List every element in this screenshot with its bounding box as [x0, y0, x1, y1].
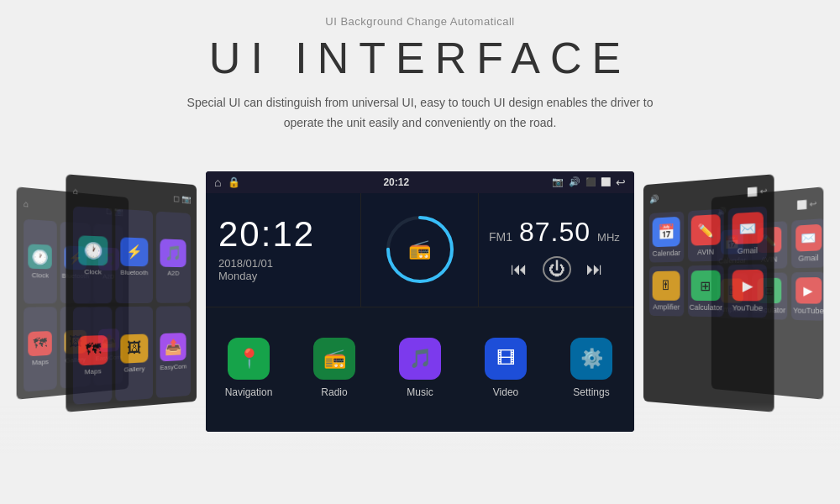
camera-icon: 📷 [552, 176, 564, 187]
music-app-icon: 🎵 [399, 338, 441, 380]
main-title: UI INTERFACE [187, 33, 654, 83]
fm-widget: FM1 87.50 MHz ⏮ ⏻ ⏭ [479, 193, 634, 307]
lock-icon: 🔒 [228, 176, 240, 188]
fm-power-button[interactable]: ⏻ [543, 256, 571, 282]
right-mid-calendar-label: Calendar [653, 249, 680, 258]
radio-widget: 📻 [361, 193, 479, 307]
side-app-clock[interactable]: 🕐 Clock [24, 218, 56, 303]
status-time: 20:12 [383, 176, 409, 188]
music-app-label: Music [407, 386, 433, 398]
side-mid-app-clock[interactable]: 🕐 Clock [73, 206, 113, 303]
radio-circle: 📻 [382, 212, 458, 287]
fm-prev-button[interactable]: ⏮ [511, 260, 528, 279]
home-icon[interactable]: ⌂ [214, 176, 221, 189]
description-line2: operate the unit easily and conveniently… [284, 116, 557, 129]
right-mid-gmail[interactable]: ✉️ Gmail [728, 206, 767, 260]
right-mid-youtube[interactable]: ▶ YouTube [728, 264, 767, 318]
left-mid-app-grid: 🕐 Clock ⚡ Bluetooth 🎵 A2D 🗺 Maps 🖼 [73, 206, 191, 404]
settings-app-icon: ⚙️ [570, 338, 612, 380]
radio-app-icon: 📻 [313, 338, 355, 380]
clock-widget: 20:12 2018/01/01 Monday [206, 193, 361, 307]
widget-area: 20:12 2018/01/01 Monday 📻 [206, 193, 634, 307]
right-mid-calendar[interactable]: 📅 Calendar [649, 211, 684, 262]
app-navigation[interactable]: 📍 Navigation [206, 307, 291, 428]
mid-easycom-icon: 📤 [160, 332, 186, 360]
mid-a2d-label: A2D [167, 269, 179, 276]
right-mid-icons: ⬜ ↩ [747, 186, 767, 197]
window-icon: ⬜ [601, 177, 611, 186]
right-mid-calendar-icon: 📅 [653, 216, 680, 246]
mid-a2d-icon: 🎵 [160, 238, 186, 266]
right-mid-avin-label: AVIN [697, 247, 714, 256]
side-app-maps[interactable]: 🗺 Maps [24, 307, 56, 391]
clock-time: 20:12 [218, 217, 348, 252]
right-far-gmail[interactable]: ✉️ Gmail [791, 218, 823, 268]
video-app-label: Video [493, 386, 518, 398]
left-far-home: ⌂ [24, 198, 29, 208]
side-mid-app-easycom[interactable]: 📤 EasyCom [155, 306, 190, 398]
maps-app-icon: 🗺 [29, 331, 52, 356]
mid-gallery-icon: 🖼 [120, 333, 148, 363]
description: Special UI can distinguish from universa… [187, 93, 654, 134]
radio-icon: 📻 [408, 239, 431, 260]
app-video[interactable]: 🎞 Video [463, 307, 549, 428]
gmail-label: Gmail [798, 253, 818, 262]
right-mid-gmail-icon: ✉️ [732, 212, 763, 244]
navigation-app-icon: 📍 [228, 338, 270, 380]
volume-icon: 🔊 [569, 176, 580, 187]
side-mid-app-a2d[interactable]: 🎵 A2D [155, 211, 190, 302]
app-music[interactable]: 🎵 Music [377, 307, 463, 428]
radio-app-label: Radio [321, 386, 347, 398]
app-grid: 📍 Navigation 📻 Radio 🎵 Music 🎞 Video ⚙️ … [206, 307, 634, 428]
right-mid-youtube-label: YouTube [732, 303, 763, 312]
pagination-dots [206, 428, 634, 432]
right-mid-calc-icon: ⊞ [691, 270, 721, 300]
clock-app-label: Clock [32, 271, 49, 280]
right-mid-vol: 🔊 [649, 193, 659, 202]
back-icon[interactable]: ↩ [616, 176, 626, 189]
mid-maps-icon: 🗺 [78, 334, 108, 365]
screen-main: ⌂ 🔒 20:12 📷 🔊 ⬛ ⬜ ↩ 20:12 2018/01/01 Mon… [206, 171, 634, 432]
screenshot-icon: ⬛ [585, 177, 596, 186]
fm-frequency: 87.50 [519, 217, 591, 248]
clock-app-icon: 🕐 [29, 244, 52, 269]
right-mid-amp[interactable]: 🎚 Amplifier [649, 265, 684, 316]
navigation-app-label: Navigation [225, 386, 273, 398]
mid-clock-label: Clock [84, 267, 102, 276]
right-mid-youtube-icon: ▶ [732, 269, 763, 301]
description-line1: Special UI can distinguish from universa… [187, 96, 654, 109]
fm-next-button[interactable]: ⏭ [586, 260, 603, 279]
gmail-icon: ✉️ [795, 223, 822, 251]
clock-day: Monday [218, 270, 348, 282]
right-mid-calc[interactable]: ⊞ Calculator [688, 265, 724, 317]
video-app-icon: 🎞 [485, 338, 527, 380]
mid-gallery-label: Gallery [124, 364, 145, 372]
mid-maps-label: Maps [85, 366, 102, 375]
fm-label: FM1 [489, 230, 512, 244]
right-mid-amp-icon: 🎚 [653, 270, 680, 300]
screen-left-mid: ⌂ ◻ 📷 🕐 Clock ⚡ Bluetooth 🎵 A2D 🗺 [66, 174, 197, 412]
right-mid-gmail-label: Gmail [738, 246, 758, 255]
app-settings[interactable]: ⚙️ Settings [549, 307, 634, 428]
mid-easycom-label: EasyCom [160, 362, 186, 371]
top-section: UI Background Change Automaticall UI INT… [187, 0, 654, 142]
fm-top: FM1 87.50 MHz [489, 217, 624, 248]
side-mid-app-bluetooth[interactable]: ⚡ Bluetooth [116, 208, 153, 303]
youtube-icon: ▶ [795, 277, 822, 304]
settings-app-label: Settings [573, 386, 609, 398]
status-icons: 📷 🔊 ⬛ ⬜ ↩ [552, 176, 626, 189]
right-mid-avin-icon: ✏️ [691, 214, 721, 246]
app-radio[interactable]: 📻 Radio [291, 307, 377, 428]
screen-right-mid: 🔊 ⬜ ↩ 📅 Calendar ✏️ AVIN ✉️ Gmail 🎚 [643, 174, 774, 412]
youtube-label: YouTube [793, 306, 823, 315]
right-mid-amp-label: Amplifier [653, 302, 680, 311]
left-mid-icons: ◻ 📷 [173, 193, 191, 203]
side-mid-app-maps[interactable]: 🗺 Maps [73, 307, 113, 405]
left-mid-home: ⌂ [73, 186, 78, 196]
right-mid-avin[interactable]: ✏️ AVIN [688, 208, 724, 261]
fm-controls: ⏮ ⏻ ⏭ [489, 256, 624, 282]
fm-unit: MHz [597, 231, 620, 244]
mid-bluetooth-icon: ⚡ [120, 236, 148, 265]
right-far-youtube[interactable]: ▶ YouTube [791, 271, 823, 320]
side-mid-app-gallery[interactable]: 🖼 Gallery [116, 306, 153, 401]
